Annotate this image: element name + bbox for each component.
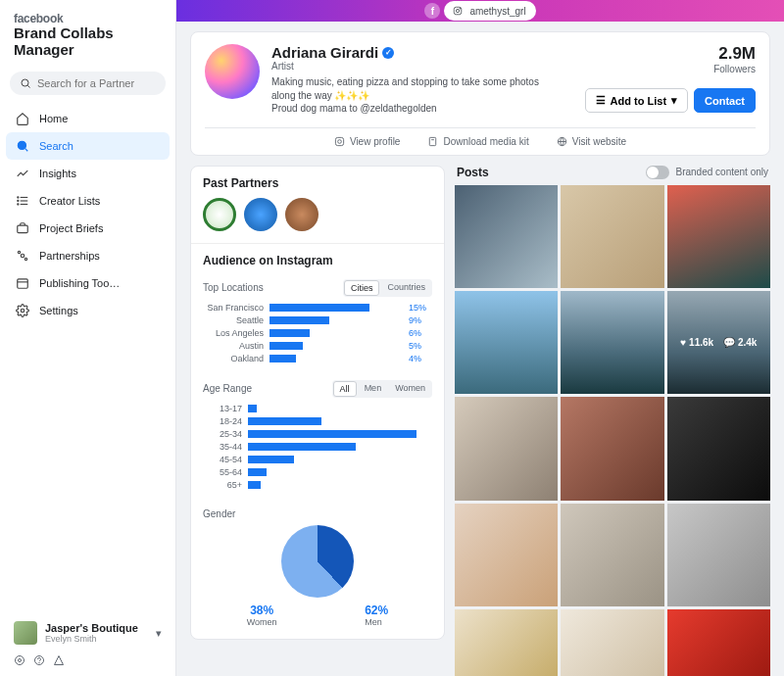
bar-track [248,456,432,463]
briefcase-icon [16,221,29,235]
nav-insights[interactable]: Insights [6,160,170,187]
svg-point-23 [460,8,461,9]
tab-view-profile[interactable]: View profile [334,136,401,147]
svg-point-9 [18,204,19,205]
seg-women[interactable]: Women [388,380,432,398]
partner-search-input[interactable] [37,77,156,89]
post-thumbnail[interactable] [455,504,558,606]
help-icon[interactable] [33,654,45,666]
partner-search[interactable] [10,72,166,95]
age-bars: 13-1718-2425-3435-4445-5455-6465+ [203,404,432,490]
nav-settings[interactable]: Settings [6,297,170,324]
nav-home[interactable]: Home [6,105,170,132]
seg-men[interactable]: Men [358,380,389,398]
post-thumbnail[interactable] [561,291,663,394]
brand-title: Brand Collabs Manager [14,25,162,58]
toggle-switch-icon[interactable] [646,166,669,179]
post-thumbnail[interactable] [667,609,770,676]
post-thumbnail[interactable] [667,185,770,288]
add-to-list-button[interactable]: ☰ Add to List ▾ [585,88,688,113]
bar-row: Seattle9% [203,315,432,325]
seg-all[interactable]: All [333,381,357,397]
facebook-icon[interactable]: f [424,3,440,19]
svg-point-7 [18,197,19,198]
bar-label: 55-64 [203,467,242,477]
nav-search[interactable]: Search [6,132,170,160]
post-overlay: ♥ 11.6k 💬 2.4k [667,291,770,394]
instagram-handle-chip[interactable]: amethyst_grl [444,1,535,21]
age-segment[interactable]: All Men Women [332,380,432,398]
bar-row: Austin5% [203,341,432,351]
svg-point-20 [39,662,40,663]
bar-track [248,417,432,425]
insights-icon [16,167,29,180]
followers-label: Followers [585,64,756,74]
gender-pie-chart [281,525,354,598]
nav-publishing[interactable]: Publishing Too… [6,269,170,297]
seg-cities[interactable]: Cities [344,280,380,296]
nav-label: Insights [39,168,76,179]
post-thumbnail[interactable] [455,185,558,288]
svg-line-1 [27,85,29,87]
post-thumbnail[interactable] [561,504,663,606]
bar-track [270,355,403,362]
chevron-down-icon: ▾ [671,94,677,107]
profile-card: Adriana Girardi Artist Making music, eat… [190,31,770,156]
post-thumbnail[interactable]: ♥ 11.6k 💬 2.4k [667,291,770,394]
bar-label: Los Angeles [203,328,264,338]
search-icon [20,77,31,89]
post-thumbnail[interactable] [667,504,770,606]
branded-only-toggle[interactable]: Branded content only [646,166,768,179]
post-thumbnail[interactable] [455,397,558,500]
nav-project-briefs[interactable]: Project Briefs [6,215,170,242]
svg-point-22 [457,9,460,12]
handshake-icon [16,249,29,263]
post-thumbnail[interactable] [667,397,770,500]
contact-button[interactable]: Contact [694,88,756,113]
platform-chips: f amethyst_grl [424,1,535,21]
tab-visit-website[interactable]: Visit website [557,136,626,147]
post-thumbnail[interactable] [561,609,663,676]
account-switcher[interactable]: Jasper's Boutique Evelyn Smith ▾ [12,617,164,649]
download-icon [427,136,438,147]
tab-download-media-kit[interactable]: Download media kit [427,136,528,147]
bar-row: 35-44 [203,442,432,452]
bar-label: Oakland [203,354,264,363]
bar-track [270,316,403,324]
svg-point-0 [22,79,28,86]
post-thumbnail[interactable] [455,291,558,394]
post-thumbnail[interactable] [561,185,663,288]
nav-label: Project Briefs [39,222,103,234]
post-thumbnail[interactable] [561,397,663,500]
bar-row: 18-24 [203,416,432,426]
locations-segment[interactable]: Cities Countries [343,279,432,297]
nav-label: Search [39,140,74,152]
nav-label: Partnerships [39,250,100,262]
nav-creator-lists[interactable]: Creator Lists [6,187,170,215]
posts-title: Posts [457,166,489,179]
bar-row: Los Angeles6% [203,328,432,338]
partner-logo[interactable] [285,198,318,231]
brand-parent: facebook [14,12,162,25]
nav-partnerships[interactable]: Partnerships [6,242,170,269]
past-partners-card: Past Partners Audience on Instagram [190,166,445,640]
report-icon[interactable] [53,654,65,666]
account-owner: Evelyn Smith [45,634,138,644]
bar-track [248,405,432,412]
seg-countries[interactable]: Countries [380,279,432,297]
bar-track [270,342,403,350]
profile-bio: Making music, eating pizza and stopping … [271,75,565,116]
instagram-icon [450,3,466,19]
partner-logo[interactable] [203,198,236,231]
svg-rect-26 [430,137,436,145]
bar-label: 45-54 [203,455,242,464]
bar-track [270,329,403,337]
bar-value: 6% [409,328,432,338]
profile-avatar [205,44,260,99]
bar-label: Seattle [203,315,264,325]
partner-logo[interactable] [244,198,277,231]
sidebar-footer: Jasper's Boutique Evelyn Smith ▾ [6,611,170,668]
settings-cog-icon[interactable] [14,654,25,666]
post-thumbnail[interactable] [455,609,558,676]
verified-badge-icon [382,47,394,59]
